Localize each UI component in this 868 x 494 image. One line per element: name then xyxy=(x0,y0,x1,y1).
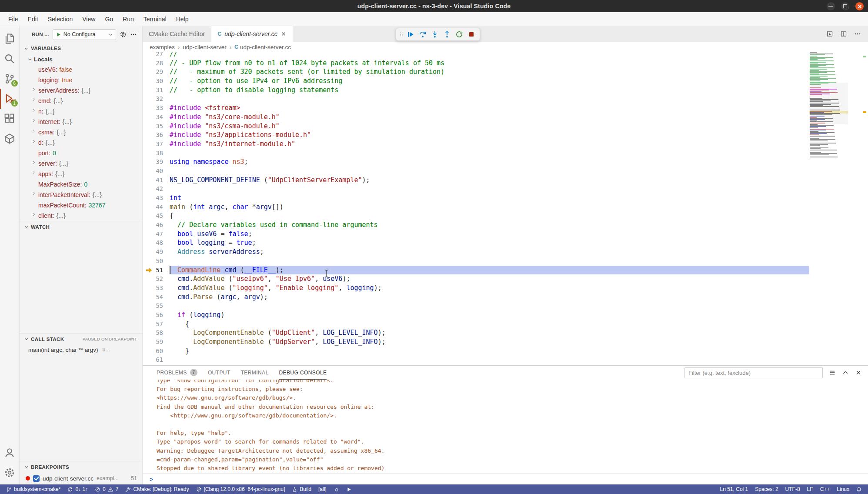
status-item-lf[interactable]: LF xyxy=(804,484,817,494)
code-text[interactable]: #include "ns3/core-module.h" xyxy=(170,113,280,122)
debug-toolbar-grip[interactable] xyxy=(399,29,404,40)
gutter[interactable]: 41 xyxy=(143,176,170,185)
menu-view[interactable]: View xyxy=(77,13,100,25)
code-text[interactable]: Address serverAddress; xyxy=(170,247,264,257)
status-item-spaces-2[interactable]: Spaces: 2 xyxy=(751,484,781,494)
gutter[interactable]: 37 xyxy=(143,140,170,149)
code-text[interactable]: // - UDP flow from n0 to n1 of 1024 byte… xyxy=(170,59,444,68)
glyph-margin[interactable] xyxy=(143,167,155,176)
glyph-margin[interactable] xyxy=(143,337,155,347)
code-line-57[interactable]: 57 { xyxy=(143,320,868,329)
gutter[interactable]: 35 xyxy=(143,122,170,131)
start-debug-icon[interactable] xyxy=(56,32,61,37)
breadcrumb-item-udp-client-server-cc[interactable]: Cudp-client-server.cc xyxy=(234,44,291,50)
gutter[interactable]: 45 xyxy=(143,211,170,220)
status-item-linux[interactable]: Linux xyxy=(833,484,853,494)
code-line-39[interactable]: 39using namespace ns3; xyxy=(143,157,868,167)
status-item-bug[interactable] xyxy=(330,484,343,494)
gutter[interactable]: 29 xyxy=(143,67,170,77)
gutter[interactable]: 40 xyxy=(143,167,170,176)
gutter[interactable]: 53 xyxy=(143,284,170,293)
code-line-27[interactable]: 27// xyxy=(143,52,868,59)
minimap[interactable] xyxy=(809,52,848,166)
extensions-icon[interactable] xyxy=(0,109,20,129)
gutter[interactable]: 48 xyxy=(143,238,170,247)
glyph-margin[interactable] xyxy=(143,113,155,122)
glyph-margin[interactable] xyxy=(143,86,155,95)
code-text[interactable]: // - maximum of 320 packets sent (or lim… xyxy=(170,67,444,77)
call-stack-section-header[interactable]: CALL STACK PAUSED ON BREAKPOINT xyxy=(20,333,142,344)
close-tab-icon[interactable] xyxy=(280,31,287,37)
gutter[interactable]: 58 xyxy=(143,328,170,337)
gutter[interactable]: 32 xyxy=(143,94,170,103)
code-line-61[interactable]: 61 xyxy=(143,355,868,364)
gutter[interactable]: 39 xyxy=(143,157,170,167)
code-line-60[interactable]: 60 } xyxy=(143,347,868,356)
debug-settings-gear-icon[interactable] xyxy=(120,31,127,38)
settings-gear-icon[interactable] xyxy=(0,463,20,483)
code-line-51[interactable]: 51 CommandLine cmd (__FILE__); xyxy=(143,266,868,275)
gutter[interactable]: 50 xyxy=(143,257,170,266)
variable-row-useV6[interactable]: useV6:false xyxy=(20,64,142,75)
code-text[interactable]: NS_LOG_COMPONENT_DEFINE ("UdpClientServe… xyxy=(170,176,370,185)
maximize-icon[interactable] xyxy=(841,2,849,10)
code-text[interactable]: #include <fstream> xyxy=(170,103,240,113)
variable-row-serverAddress[interactable]: serverAddress:{...} xyxy=(20,85,142,96)
status-item-0-1[interactable]: 0↓ 1↑ xyxy=(64,484,91,494)
variable-row-csma[interactable]: csma:{...} xyxy=(20,127,142,137)
code-line-32[interactable]: 32 xyxy=(143,94,868,103)
gutter[interactable]: 43 xyxy=(143,194,170,203)
code-line-50[interactable]: 50 xyxy=(143,257,868,266)
code-text[interactable]: { xyxy=(170,211,174,220)
gutter[interactable]: 27 xyxy=(143,52,170,59)
glyph-margin[interactable] xyxy=(143,122,155,131)
glyph-margin[interactable] xyxy=(143,355,155,364)
gutter[interactable]: 60 xyxy=(143,347,170,356)
code-line-40[interactable]: 40 xyxy=(143,167,868,176)
code-line-28[interactable]: 28// - UDP flow from n0 to n1 of 1024 by… xyxy=(143,59,868,68)
gutter[interactable]: 31 xyxy=(143,86,170,95)
editor-tab-cmake-cache-editor[interactable]: CMake Cache Editor xyxy=(143,26,211,42)
breakpoints-section-header[interactable]: BREAKPOINTS xyxy=(20,461,142,472)
code-text[interactable]: #include "ns3/applications-module.h" xyxy=(170,130,311,140)
code-line-54[interactable]: 54 cmd.Parse (argc, argv); xyxy=(143,293,868,302)
stop-button[interactable] xyxy=(466,29,477,40)
code-line-36[interactable]: 36#include "ns3/applications-module.h" xyxy=(143,130,868,140)
continue-button[interactable] xyxy=(405,29,416,40)
status-item-cmake-debug-ready[interactable]: CMake: [Debug]: Ready xyxy=(122,484,192,494)
code-line-59[interactable]: 59 LogComponentEnable ("UdpServer", LOG_… xyxy=(143,337,868,347)
code-line-38[interactable]: 38 xyxy=(143,149,868,158)
glyph-margin[interactable] xyxy=(143,247,155,257)
account-icon[interactable] xyxy=(0,443,20,463)
status-item-play[interactable] xyxy=(343,484,355,494)
code-text[interactable]: CommandLine cmd (__FILE__); xyxy=(170,266,284,275)
variable-row-apps[interactable]: apps:{...} xyxy=(20,169,142,179)
gutter[interactable]: 46 xyxy=(143,220,170,230)
code-line-31[interactable]: 31// - option to disable logging stateme… xyxy=(143,86,868,95)
breakpoint-enabled-checkbox[interactable] xyxy=(33,475,40,482)
glyph-margin[interactable] xyxy=(143,149,155,158)
menu-selection[interactable]: Selection xyxy=(43,13,78,25)
run-more-actions-icon[interactable] xyxy=(130,31,137,38)
gutter[interactable]: 57 xyxy=(143,320,170,329)
variable-row-d[interactable]: d:{...} xyxy=(20,137,142,148)
code-line-41[interactable]: 41NS_LOG_COMPONENT_DEFINE ("UdpClientSer… xyxy=(143,176,868,185)
code-text[interactable]: // - option to use IPv4 or IPv6 addressi… xyxy=(170,77,342,86)
variable-row-n[interactable]: n:{...} xyxy=(20,106,142,117)
step-into-button[interactable] xyxy=(429,29,441,40)
code-text[interactable]: if (logging) xyxy=(170,310,224,320)
glyph-margin[interactable] xyxy=(143,157,155,167)
status-item-ln-51-col-1[interactable]: Ln 51, Col 1 xyxy=(717,484,752,494)
glyph-margin[interactable] xyxy=(143,130,155,140)
gutter[interactable]: 28 xyxy=(143,59,170,68)
scope-locals[interactable]: Locals xyxy=(20,54,142,64)
glyph-margin[interactable] xyxy=(143,176,155,185)
gutter[interactable]: 61 xyxy=(143,355,170,364)
code-line-53[interactable]: 53 cmd.AddValue ("logging", "Enable logg… xyxy=(143,284,868,293)
editor-tab-udp-client-server-cc[interactable]: Cudp-client-server.cc xyxy=(211,26,293,42)
gutter[interactable]: 34 xyxy=(143,113,170,122)
glyph-margin[interactable] xyxy=(143,257,155,266)
run-and-debug-icon[interactable]: 1 xyxy=(0,89,20,109)
status-item-utf-8[interactable]: UTF-8 xyxy=(782,484,804,494)
code-line-43[interactable]: 43int xyxy=(143,194,868,203)
